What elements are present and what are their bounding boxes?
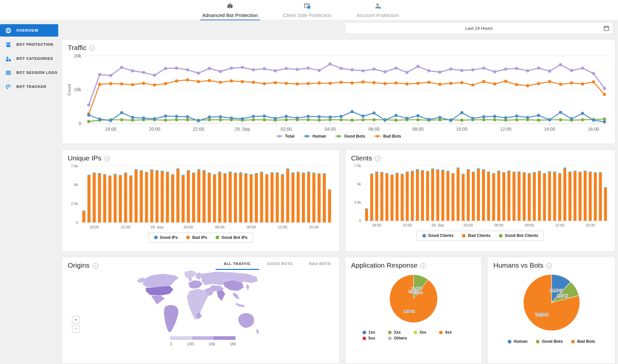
svg-text:21:00: 21:00	[403, 223, 412, 227]
legend-label: Others	[394, 336, 407, 340]
legend-marker	[536, 340, 539, 343]
svg-text:16:00: 16:00	[588, 127, 599, 132]
legend-label: 1xx	[368, 330, 375, 335]
tab-client-side-protection[interactable]: Client Side Protection	[281, 0, 334, 20]
info-icon[interactable]	[546, 263, 552, 269]
clients-bar-chart[interactable]: 7.5k5k2.5k018:0021:0029. Sep03:0006:0009…	[349, 163, 610, 229]
legend-item-total[interactable]: Total	[276, 134, 294, 139]
svg-text:5k: 5k	[357, 182, 361, 186]
info-icon[interactable]	[375, 156, 380, 161]
panel-title: Origins	[68, 261, 90, 269]
info-icon[interactable]	[104, 156, 110, 161]
origins-tab-all-traffic[interactable]: ALL TRAFFIC	[216, 257, 259, 270]
traffic-line-chart[interactable]: 20k10k0Count18:0020:0022:0029. Sep02:000…	[65, 53, 610, 133]
svg-text:9.17 %: 9.17 %	[557, 294, 568, 298]
svg-text:10:00: 10:00	[456, 127, 468, 132]
date-range-label: Last 24 Hours	[465, 26, 493, 31]
legend-marker	[154, 236, 158, 239]
svg-text:10k: 10k	[74, 87, 81, 92]
legend-marker	[388, 331, 392, 334]
legend-item-3xx[interactable]: 3xx	[414, 330, 439, 335]
legend-item-1xx[interactable]: 1xx	[362, 330, 388, 335]
map-scale-legend: 1 100 10k 1M	[170, 336, 236, 346]
legend-item-others[interactable]: Others	[388, 336, 414, 340]
sidebar-item-bot-protection[interactable]: BOT PROTECTION	[0, 38, 58, 51]
legend-item-good-bots[interactable]: Good Bots	[536, 339, 563, 344]
legend-item-bad-bots[interactable]: Bad Bots	[571, 339, 595, 344]
svg-text:09:00: 09:00	[246, 225, 256, 229]
origins-tab-good-bots[interactable]: GOOD BOTS	[259, 257, 301, 270]
svg-text:0: 0	[76, 221, 78, 224]
panel-title: Unique IPs	[68, 154, 101, 162]
application-response-legend: 1xx2xx3xx4xx5xxOthers	[362, 330, 470, 340]
sidebar-item-overview[interactable]: OVERVIEW	[0, 24, 58, 37]
legend-label: Good Bot IPs	[221, 235, 247, 240]
legend-item-bad-bots[interactable]: Bad Bots	[374, 134, 401, 139]
humans-vs-bots-pie[interactable]: 11.80 %9.17 %79.03 %	[521, 272, 582, 333]
legend-item-human[interactable]: Human	[508, 339, 527, 344]
world-map[interactable]	[135, 270, 263, 341]
legend-label: Good Clients	[428, 233, 454, 238]
legend-item-good-bot-ips[interactable]: Good Bot IPs	[216, 235, 247, 240]
svg-text:18:00: 18:00	[90, 225, 99, 229]
clients-legend: Good ClientsBad ClientsGood Bot Clients	[417, 231, 544, 240]
svg-text:14:00: 14:00	[544, 127, 556, 132]
legend-item-5xx[interactable]: 5xx	[362, 336, 388, 340]
tab-advanced-bot-protection[interactable]: Advanced Bot Protection	[200, 0, 260, 20]
sidebar-item-bot-tracker[interactable]: BOT TRACKER	[0, 80, 58, 93]
legend-item-good-ips[interactable]: Good IPs	[154, 235, 178, 240]
info-icon[interactable]	[89, 45, 95, 51]
svg-text:03:00: 03:00	[184, 225, 193, 229]
browser-shield-icon	[303, 2, 311, 11]
map-zoom-in-button[interactable]: +	[72, 316, 79, 323]
svg-text:15:00: 15:00	[586, 223, 595, 227]
legend-item-human[interactable]: Human	[304, 134, 326, 139]
svg-text:11.80 %: 11.80 %	[550, 289, 563, 292]
info-icon[interactable]	[93, 263, 98, 269]
top-header: Advanced Bot Protection Client Side Prot…	[0, 0, 618, 20]
svg-text:04:00: 04:00	[325, 127, 336, 132]
legend-item-4xx[interactable]: 4xx	[439, 330, 465, 335]
origins-tab-bad-bots[interactable]: BAD BOTS	[301, 257, 339, 270]
legend-marker	[462, 234, 466, 238]
humans-vs-bots-panel: Humans vs Bots 11.80 %9.17 %79.03 % Huma…	[487, 257, 615, 364]
map-zoom-out-button[interactable]: −	[72, 325, 79, 333]
legend-marker	[362, 337, 366, 340]
application-response-panel: Application Response 0.00 %10.42 %0.00 %…	[345, 257, 482, 364]
tracker-spiral-icon	[5, 83, 11, 90]
clients-panel: Clients 7.5k5k2.5k018:0021:0029. Sep03:0…	[345, 150, 615, 252]
legend-label: Total	[285, 134, 294, 139]
sidebar-item-label: BOT PROTECTION	[16, 42, 53, 46]
panel-title: Humans vs Bots	[493, 261, 543, 269]
date-range-selector[interactable]: Last 24 Hours	[345, 22, 613, 34]
panel-title: Traffic	[68, 44, 86, 52]
legend-marker	[216, 236, 219, 239]
unique-ips-bar-chart[interactable]: 7.5k5k2.5k018:0021:0029. Sep03:0006:0009…	[65, 163, 335, 231]
sidebar-item-bot-session-logs[interactable]: BOT SESSION LOGS	[0, 66, 58, 79]
tab-account-protection[interactable]: Account Protection	[355, 0, 401, 20]
scale-label: 1	[170, 342, 172, 346]
legend-item-bad-ips[interactable]: Bad IPs	[186, 235, 207, 240]
legend-label: Good IPs	[160, 235, 178, 240]
sidebar-item-label: BOT TRACKER	[16, 85, 46, 89]
legend-item-good-bots[interactable]: Good Bots	[335, 134, 365, 139]
sidebar-item-bot-categories[interactable]: BOT CATEGORIES	[0, 52, 58, 65]
svg-text:03:00: 03:00	[464, 223, 473, 227]
legend-item-good-bot-clients[interactable]: Good Bot Clients	[499, 233, 538, 238]
svg-text:20k: 20k	[74, 54, 81, 58]
map-scale-gradient	[170, 336, 236, 340]
application-response-pie[interactable]: 0.00 %10.42 %0.00 %89.58 %0.00 %0.00 %	[387, 273, 440, 325]
legend-label: Good Bots	[344, 134, 365, 139]
legend-marker	[186, 236, 190, 239]
legend-marker	[571, 340, 575, 343]
traffic-panel: Traffic 20k10k0Count18:0020:0022:0029. S…	[62, 39, 615, 144]
legend-marker	[362, 331, 366, 334]
info-icon[interactable]	[420, 263, 426, 269]
legend-label: Good Bot Clients	[505, 233, 538, 238]
origins-tabs: ALL TRAFFIC GOOD BOTS BAD BOTS	[216, 257, 339, 270]
legend-item-2xx[interactable]: 2xx	[388, 330, 414, 335]
legend-item-good-clients[interactable]: Good Clients	[422, 233, 454, 238]
legend-marker	[439, 331, 443, 334]
legend-item-bad-clients[interactable]: Bad Clients	[462, 233, 490, 238]
calendar-icon	[603, 25, 609, 32]
